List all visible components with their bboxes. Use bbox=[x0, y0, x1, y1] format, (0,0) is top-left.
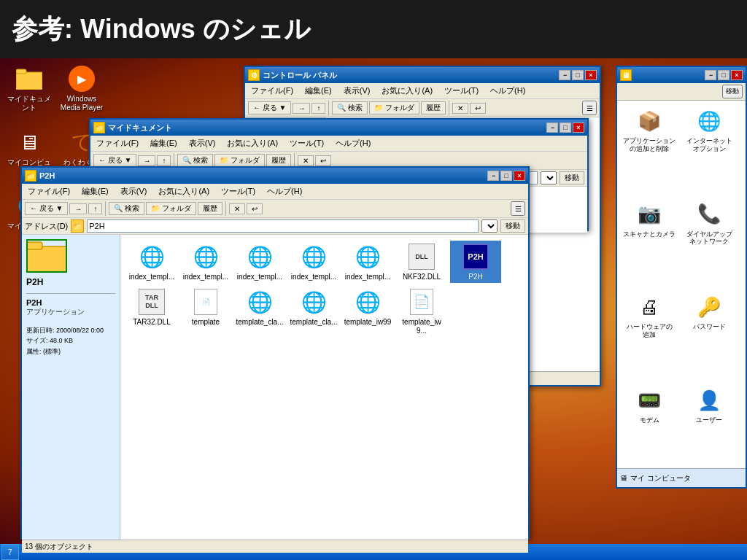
my-computer-close[interactable]: × bbox=[731, 70, 743, 80]
my-docs-titlebar[interactable]: 📁 マイドキュメント － □ × bbox=[90, 120, 587, 136]
my-docs-search[interactable]: 🔍 検索 bbox=[177, 154, 213, 167]
my-docs-x[interactable]: ✕ bbox=[298, 155, 314, 166]
p2h-forward[interactable]: → bbox=[69, 203, 87, 214]
my-docs-go[interactable]: 移動 bbox=[560, 171, 584, 184]
ctrl-minimize[interactable]: － bbox=[559, 70, 570, 80]
menu-favorites[interactable]: お気に入り(A) bbox=[379, 85, 436, 97]
p2h-file-p2h[interactable]: P2H P2H bbox=[450, 241, 501, 283]
p2h-minimize[interactable]: － bbox=[487, 171, 499, 181]
ctrl-x-button[interactable]: ✕ bbox=[452, 103, 468, 114]
ctrl-forward-button[interactable]: → bbox=[293, 103, 310, 114]
ctrl-dialup[interactable]: 📞 ダイヤルアップネットワーク bbox=[680, 197, 738, 289]
p2h-titlebar[interactable]: 📁 P2H － □ × bbox=[22, 168, 528, 184]
my-docs-menu-edit[interactable]: 編集(E) bbox=[147, 137, 180, 149]
p2h-up[interactable]: ↑ bbox=[88, 203, 102, 214]
password-icon: 🔑 bbox=[694, 292, 724, 322]
p2h-file-template-cla1[interactable]: 🌐 template_cla... bbox=[234, 286, 285, 337]
p2h-view-btn[interactable]: ☰ bbox=[511, 201, 525, 216]
index2-name: index_templ... bbox=[182, 273, 230, 281]
p2h-search[interactable]: 🔍 検索 bbox=[109, 202, 144, 215]
my-computer-titlebar[interactable]: 🖥 － □ × bbox=[617, 67, 746, 83]
p2h-file-tar[interactable]: TARDLL TAR32.DLL bbox=[126, 286, 177, 337]
ctrl-maximize[interactable]: □ bbox=[572, 70, 584, 80]
p2h-folder[interactable]: 📁 フォルダ bbox=[146, 202, 196, 215]
my-docs-up[interactable]: ↑ bbox=[157, 155, 171, 166]
p2h-file-template-iw9[interactable]: 📄 template_iw9... bbox=[396, 286, 447, 337]
p2h-address-dropdown[interactable] bbox=[481, 219, 498, 233]
ctrl-internet-options[interactable]: 🌐 インターネットオプション bbox=[680, 104, 738, 195]
ctrl-folder-button[interactable]: 📁 フォルダ bbox=[369, 101, 419, 114]
ctrl-password[interactable]: 🔑 パスワード bbox=[680, 289, 738, 381]
nkf-icon: DLL bbox=[407, 242, 436, 271]
ctrl-back-button[interactable]: ← 戻る ▼ bbox=[248, 101, 291, 114]
p2h-file-index3[interactable]: 🌐 index_templ... bbox=[234, 241, 285, 283]
ctrl-close[interactable]: × bbox=[585, 70, 597, 80]
p2h-x[interactable]: ✕ bbox=[229, 203, 245, 214]
my-docs-history[interactable]: 履歴 bbox=[266, 154, 291, 167]
my-docs-forward[interactable]: → bbox=[138, 155, 155, 166]
my-docs-menu-favorites[interactable]: お気に入り(A) bbox=[224, 137, 281, 149]
my-docs-address-dropdown[interactable] bbox=[541, 171, 557, 184]
ctrl-user[interactable]: 👤 ユーザー bbox=[680, 383, 738, 467]
ctrl-search-button[interactable]: 🔍 検索 bbox=[332, 101, 368, 114]
p2h-go[interactable]: 移動 bbox=[500, 219, 525, 233]
ctrl-modem[interactable]: 📟 モデム bbox=[620, 383, 678, 467]
p2h-menu-view[interactable]: 表示(V) bbox=[117, 185, 150, 198]
p2h-menu-tools[interactable]: ツール(T) bbox=[218, 185, 258, 198]
add-remove-icon: 📦 bbox=[635, 106, 664, 136]
menu-view[interactable]: 表示(V) bbox=[341, 85, 374, 97]
my-docs-back[interactable]: ← 戻る ▼ bbox=[93, 154, 136, 167]
p2h-info-type: アプリケーション bbox=[26, 307, 115, 317]
p2h-undo[interactable]: ↩ bbox=[247, 203, 263, 214]
my-docs-close[interactable]: × bbox=[573, 122, 584, 133]
desktop-icon-media-player[interactable]: ▶ WindowsMedia Player bbox=[58, 64, 105, 112]
p2h-file-nkf[interactable]: DLL NKF32.DLL bbox=[396, 241, 447, 283]
taskbar-item-7[interactable]: 7 bbox=[1, 544, 19, 560]
ctrl-history-button[interactable]: 履歴 bbox=[421, 101, 446, 114]
my-docs-menu-file[interactable]: ファイル(F) bbox=[93, 137, 142, 149]
ctrl-scanner[interactable]: 📷 スキャナとカメラ bbox=[620, 197, 678, 289]
ctrl-up-button[interactable]: ↑ bbox=[311, 103, 325, 114]
ctrl-add-remove[interactable]: 📦 アプリケーションの追加と削除 bbox=[620, 104, 678, 195]
p2h-maximize[interactable]: □ bbox=[500, 171, 512, 181]
p2h-back[interactable]: ← 戻る ▼ bbox=[25, 202, 68, 215]
my-computer-minimize[interactable]: － bbox=[705, 70, 716, 80]
p2h-file-index5[interactable]: 🌐 index_templ... bbox=[342, 241, 393, 283]
menu-tools[interactable]: ツール(T) bbox=[441, 85, 481, 97]
my-docs-menu-tools[interactable]: ツール(T) bbox=[287, 137, 327, 149]
desktop-icon-my-documents[interactable]: マイドキュメント bbox=[6, 64, 53, 112]
menu-help[interactable]: ヘルプ(H) bbox=[487, 85, 528, 97]
p2h-history[interactable]: 履歴 bbox=[198, 202, 222, 215]
p2h-close[interactable]: × bbox=[514, 171, 525, 181]
p2h-menu-edit[interactable]: 編集(E) bbox=[79, 185, 112, 198]
my-docs-folder[interactable]: 📁 フォルダ bbox=[214, 154, 265, 167]
p2h-file-index2[interactable]: 🌐 index_templ... bbox=[180, 241, 231, 283]
control-panel-toolbar: ← 戻る ▼ → ↑ 🔍 検索 📁 フォルダ 履歴 ✕ ↩ ☰ bbox=[245, 99, 600, 117]
my-docs-undo[interactable]: ↩ bbox=[315, 155, 331, 166]
my-computer-maximize[interactable]: □ bbox=[718, 70, 729, 80]
title-text: 参考: Windows のシェル bbox=[12, 12, 311, 47]
my-docs-minimize[interactable]: － bbox=[546, 122, 558, 133]
ctrl-undo-button[interactable]: ↩ bbox=[470, 103, 486, 114]
my-docs-menu-help[interactable]: ヘルプ(H) bbox=[333, 137, 374, 149]
menu-edit[interactable]: 編集(E) bbox=[302, 85, 335, 97]
my-computer-bottom[interactable]: 🖥 マイ コンピュータ bbox=[617, 468, 746, 487]
ctrl-view-button[interactable]: ☰ bbox=[582, 101, 597, 115]
my-computer-go-button[interactable]: 移動 bbox=[722, 85, 743, 98]
p2h-menu-favorites[interactable]: お気に入り(A) bbox=[155, 185, 212, 198]
p2h-address-input[interactable]: P2H bbox=[87, 219, 479, 233]
p2h-file-template-iw99[interactable]: 🌐 template_iw99 bbox=[342, 286, 393, 337]
p2h-file-index1[interactable]: 🌐 index_templ... bbox=[126, 241, 177, 283]
p2h-info-section: P2H アプリケーション 更新日時: 2000/08/22 0:00 サイズ: … bbox=[26, 293, 115, 357]
p2h-file-template[interactable]: 📄 template bbox=[180, 286, 231, 337]
p2h-file-template-cla2[interactable]: 🌐 template_cla... bbox=[288, 286, 339, 337]
p2h-menu-file[interactable]: ファイル(F) bbox=[25, 185, 73, 198]
my-docs-menu-view[interactable]: 表示(V) bbox=[186, 137, 219, 149]
control-panel-titlebar[interactable]: ⚙ コントロール パネル － □ × bbox=[245, 67, 600, 83]
p2h-menu-help[interactable]: ヘルプ(H) bbox=[264, 185, 305, 198]
my-docs-title: マイドキュメント bbox=[108, 122, 546, 133]
p2h-file-index4[interactable]: 🌐 index_templ... bbox=[288, 241, 339, 283]
ctrl-hardware[interactable]: 🖨 ハードウェアの追加 bbox=[620, 289, 678, 381]
menu-file[interactable]: ファイル(F) bbox=[248, 85, 296, 97]
my-docs-maximize[interactable]: □ bbox=[560, 122, 571, 133]
